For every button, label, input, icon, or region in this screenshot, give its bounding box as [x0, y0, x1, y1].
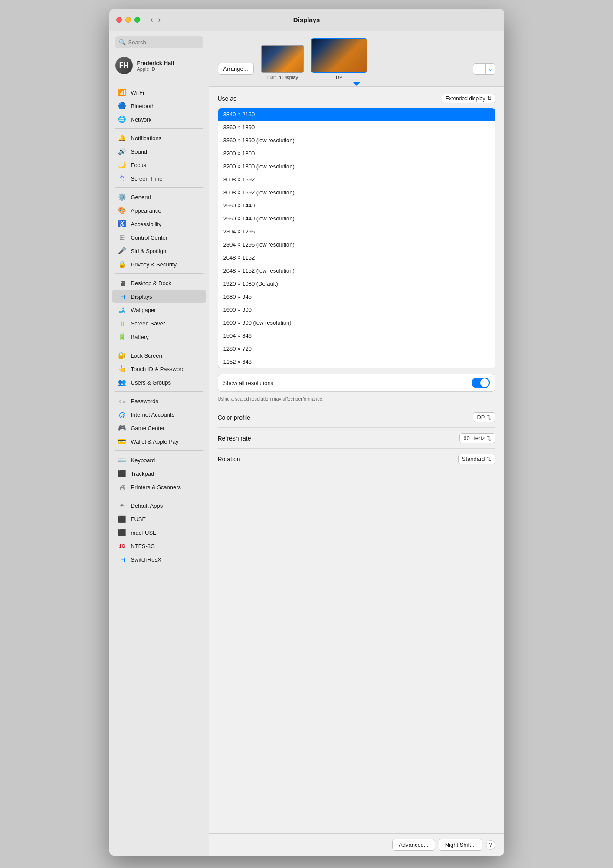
resolution-item-14[interactable]: 1680 × 945 — [218, 290, 495, 303]
dp-display-label: DP — [336, 75, 342, 80]
resolution-item-6[interactable]: 3008 × 1692 (low resolution) — [218, 186, 495, 199]
resolution-item-10[interactable]: 2304 × 1296 (low resolution) — [218, 238, 495, 251]
sidebar-divider-1 — [115, 83, 203, 83]
builtin-display-label: Built-in Display — [266, 75, 298, 80]
extended-display-select[interactable]: Extended display ⇅ — [442, 94, 495, 103]
show-all-resolutions-row: Show all resolutions — [218, 374, 495, 392]
resolution-item-3[interactable]: 3200 × 1800 — [218, 147, 495, 160]
color-profile-chevron-icon: ⇅ — [487, 414, 492, 421]
sidebar-item-bluetooth[interactable]: 🔵 Bluetooth — [112, 99, 206, 112]
sidebar-item-privacy[interactable]: 🔒 Privacy & Security — [112, 258, 206, 271]
sidebar-item-screensaver[interactable]: ⏸ Screen Saver — [112, 317, 206, 330]
sidebar-item-passwords[interactable]: 🗝 Passwords — [112, 395, 206, 408]
sidebar-label-battery: Battery — [131, 334, 149, 340]
rotation-select[interactable]: Standard ⇅ — [458, 454, 495, 464]
resolution-item-8[interactable]: 2560 × 1440 (low resolution) — [218, 212, 495, 225]
general-icon: ⚙️ — [118, 193, 127, 201]
main-content: Arrange... Built-in Display — [209, 31, 504, 856]
sidebar-divider-5 — [115, 346, 203, 346]
sidebar-item-general[interactable]: ⚙️ General — [112, 191, 206, 204]
advanced-button[interactable]: Advanced... — [392, 839, 435, 851]
sidebar-item-screentime[interactable]: ⏱ Screen Time — [112, 172, 206, 185]
bluetooth-icon: 🔵 — [118, 102, 127, 110]
resolution-item-1[interactable]: 3360 × 1890 — [218, 121, 495, 134]
help-button[interactable]: ? — [486, 840, 495, 850]
resolution-item-11[interactable]: 2048 × 1152 — [218, 251, 495, 264]
notifications-icon: 🔔 — [118, 134, 127, 142]
sidebar-item-keyboard[interactable]: ⌨️ Keyboard — [112, 454, 206, 467]
resolution-item-12[interactable]: 2048 × 1152 (low resolution) — [218, 264, 495, 277]
close-button[interactable] — [116, 17, 122, 23]
sidebar-label-ntfs: NTFS-3G — [131, 543, 155, 549]
sidebar-item-battery[interactable]: 🔋 Battery — [112, 330, 206, 343]
sidebar-item-ntfs[interactable]: 1G NTFS-3G — [112, 539, 206, 552]
sidebar-item-trackpad[interactable]: ⬛ Trackpad — [112, 467, 206, 480]
resolution-item-19[interactable]: 1152 × 648 — [218, 355, 495, 368]
user-subtitle: Apple ID — [137, 66, 174, 72]
resolution-item-7[interactable]: 2560 × 1440 — [218, 199, 495, 212]
minimize-button[interactable] — [125, 17, 131, 23]
sidebar-item-internetaccounts[interactable]: @ Internet Accounts — [112, 408, 206, 421]
sidebar-item-siri[interactable]: 🎤 Siri & Spotlight — [112, 244, 206, 257]
search-input[interactable] — [128, 39, 199, 46]
color-profile-select[interactable]: DP ⇅ — [473, 412, 495, 422]
sidebar-item-network[interactable]: 🌐 Network — [112, 113, 206, 126]
arrange-button[interactable]: Arrange... — [218, 63, 254, 75]
appearance-icon: 🎨 — [118, 206, 127, 215]
sidebar-item-users[interactable]: 👥 Users & Groups — [112, 376, 206, 389]
sidebar-item-lockscreen[interactable]: 🔐 Lock Screen — [112, 349, 206, 362]
resolution-item-18[interactable]: 1280 × 720 — [218, 342, 495, 355]
sidebar-item-wifi[interactable]: 📶 Wi-Fi — [112, 86, 206, 99]
resolution-item-17[interactable]: 1504 × 846 — [218, 329, 495, 342]
dp-display-thumb[interactable]: DP — [311, 38, 367, 80]
sidebar-label-network: Network — [131, 116, 152, 123]
passwords-icon: 🗝 — [118, 397, 127, 405]
users-icon: 👥 — [118, 378, 127, 387]
resolution-item-5[interactable]: 3008 × 1692 — [218, 173, 495, 186]
sidebar-label-appearance: Appearance — [131, 207, 161, 214]
sidebar-item-wallet[interactable]: 💳 Wallet & Apple Pay — [112, 435, 206, 448]
refresh-rate-select[interactable]: 60 Hertz ⇅ — [459, 433, 495, 443]
active-display-indicator — [218, 80, 495, 86]
forward-button[interactable]: › — [157, 14, 163, 25]
sidebar-item-macfuse[interactable]: ⬛ macFUSE — [112, 526, 206, 539]
window-title: Displays — [293, 16, 320, 23]
builtin-display-thumb[interactable]: Built-in Display — [261, 45, 304, 80]
sidebar-item-fuse[interactable]: ⬛ FUSE — [112, 513, 206, 526]
sidebar-item-sound[interactable]: 🔊 Sound — [112, 145, 206, 158]
sidebar-item-appearance[interactable]: 🎨 Appearance — [112, 204, 206, 217]
resolution-item-4[interactable]: 3200 × 1800 (low resolution) — [218, 160, 495, 173]
sidebar-item-notifications[interactable]: 🔔 Notifications — [112, 132, 206, 145]
resolution-item-2[interactable]: 3360 × 1890 (low resolution) — [218, 134, 495, 147]
resolution-item-13[interactable]: 1920 × 1080 (Default) — [218, 277, 495, 290]
sidebar-item-displays[interactable]: 🖥 Displays — [112, 290, 206, 303]
sidebar-item-touchid[interactable]: 👆 Touch ID & Password — [112, 362, 206, 375]
sidebar-item-defaultapps[interactable]: ✦ Default Apps — [112, 499, 206, 512]
sidebar-label-displays: Displays — [131, 293, 152, 300]
sidebar-divider-4 — [115, 273, 203, 274]
search-box[interactable]: 🔍 — [115, 36, 203, 48]
resolution-item-0[interactable]: 3840 × 2160 — [218, 108, 495, 121]
sidebar-item-accessibility[interactable]: ♿ Accessibility — [112, 217, 206, 230]
add-display-button[interactable]: + — [473, 63, 486, 75]
resolution-item-15[interactable]: 1600 × 900 — [218, 303, 495, 316]
sidebar-item-switchresx[interactable]: 🖥 SwitchResX — [112, 553, 206, 566]
display-options-button[interactable]: ⌄ — [486, 63, 495, 75]
sidebar-item-focus[interactable]: 🌙 Focus — [112, 158, 206, 171]
avatar: FH — [115, 57, 133, 74]
resolution-item-9[interactable]: 2304 × 1296 — [218, 225, 495, 238]
back-button[interactable]: ‹ — [149, 14, 155, 25]
privacy-icon: 🔒 — [118, 260, 127, 269]
sidebar-item-gamecenter[interactable]: 🎮 Game Center — [112, 421, 206, 434]
sidebar-item-controlcenter[interactable]: ⊞ Control Center — [112, 231, 206, 244]
show-all-toggle[interactable] — [472, 378, 490, 388]
sidebar-item-printers[interactable]: 🖨 Printers & Scanners — [112, 480, 206, 493]
maximize-button[interactable] — [134, 17, 140, 23]
rotation-row: Rotation Standard ⇅ — [218, 448, 495, 469]
sidebar-item-desktopdock[interactable]: 🖥 Desktop & Dock — [112, 276, 206, 289]
night-shift-button[interactable]: Night Shift... — [439, 839, 482, 851]
resolution-item-16[interactable]: 1600 × 900 (low resolution) — [218, 316, 495, 329]
rotation-value: Standard — [462, 456, 485, 462]
sidebar-item-wallpaper[interactable]: 🏞 Wallpaper — [112, 303, 206, 316]
user-profile[interactable]: FH Frederick Hall Apple ID — [109, 53, 209, 80]
